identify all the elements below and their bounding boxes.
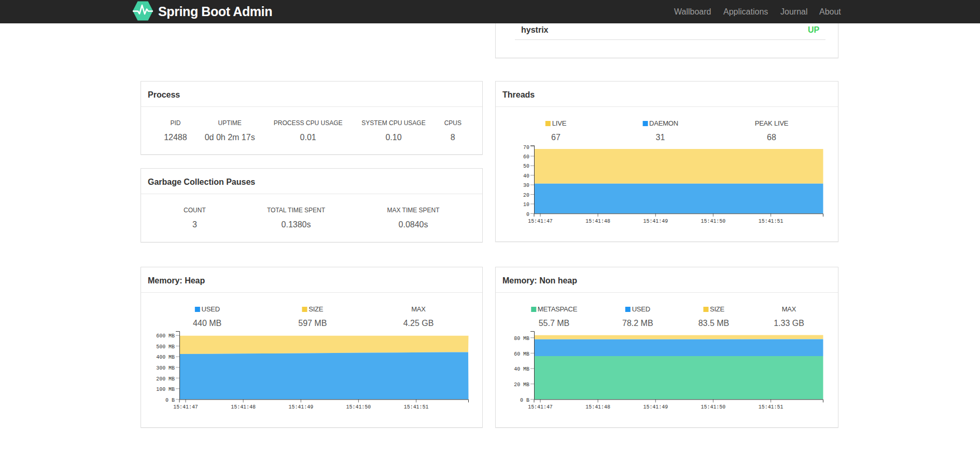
- svg-text:60 MB: 60 MB: [514, 350, 529, 357]
- svg-text:60: 60: [523, 153, 529, 160]
- svg-text:15:41:49: 15:41:49: [289, 403, 314, 410]
- svg-text:50: 50: [523, 162, 529, 169]
- svg-text:80 MB: 80 MB: [514, 335, 529, 342]
- svg-text:70: 70: [523, 144, 529, 151]
- svg-text:500 MB: 500 MB: [156, 343, 175, 350]
- svg-text:15:41:49: 15:41:49: [643, 403, 668, 410]
- svg-text:40: 40: [523, 172, 529, 179]
- svg-text:15:41:51: 15:41:51: [759, 217, 783, 224]
- svg-text:15:41:51: 15:41:51: [759, 403, 783, 410]
- svg-text:15:41:47: 15:41:47: [528, 217, 553, 224]
- svg-text:15:41:50: 15:41:50: [701, 403, 726, 410]
- svg-text:15:41:48: 15:41:48: [585, 403, 610, 410]
- svg-text:300 MB: 300 MB: [156, 364, 175, 371]
- svg-text:40 MB: 40 MB: [514, 365, 529, 372]
- svg-text:10: 10: [523, 201, 529, 208]
- svg-text:0 B: 0 B: [165, 397, 175, 403]
- svg-text:15:41:50: 15:41:50: [346, 403, 371, 410]
- svg-text:200 MB: 200 MB: [156, 375, 175, 382]
- svg-text:15:41:48: 15:41:48: [585, 217, 610, 224]
- svg-text:0: 0: [526, 211, 529, 217]
- svg-text:15:41:50: 15:41:50: [701, 217, 726, 224]
- svg-text:20: 20: [523, 192, 529, 198]
- svg-text:600 MB: 600 MB: [156, 332, 175, 339]
- svg-text:20 MB: 20 MB: [514, 381, 529, 388]
- svg-text:0 B: 0 B: [520, 397, 529, 403]
- svg-text:100 MB: 100 MB: [156, 386, 175, 392]
- svg-text:15:41:48: 15:41:48: [231, 403, 256, 410]
- svg-text:400 MB: 400 MB: [156, 353, 175, 360]
- svg-text:30: 30: [523, 182, 529, 188]
- svg-text:15:41:47: 15:41:47: [528, 403, 553, 410]
- svg-text:15:41:49: 15:41:49: [643, 217, 668, 224]
- svg-text:15:41:47: 15:41:47: [173, 403, 198, 410]
- svg-text:15:41:51: 15:41:51: [404, 403, 429, 410]
